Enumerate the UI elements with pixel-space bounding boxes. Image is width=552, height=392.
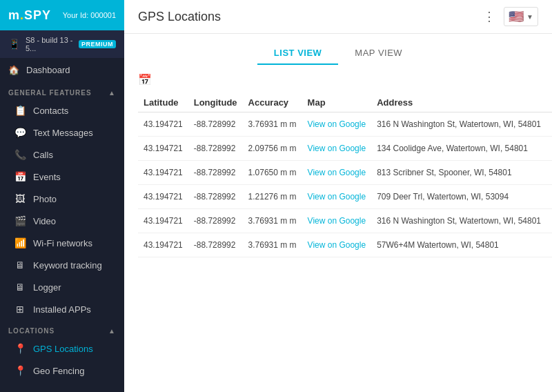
col-header-map: Map: [302, 93, 372, 112]
map-link[interactable]: View on Google: [308, 119, 366, 129]
cell-accuracy: 2.09756 m m: [243, 137, 302, 161]
sidebar-item-label: Keyword tracking: [33, 260, 102, 271]
cell-address: 709 Deer Trl, Watertown, WI, 53094: [371, 185, 546, 209]
cell-longitude: -88.728992: [188, 161, 243, 185]
language-selector[interactable]: 🇺🇸 ▼: [504, 7, 538, 26]
locations-table: Latitude Longitude Accuracy Map Address …: [138, 93, 552, 257]
sidebar-item-video[interactable]: 🎬 Video: [0, 210, 124, 232]
tab-map-view[interactable]: MAP VIEW: [338, 42, 419, 65]
cell-latitude: 43.194721: [138, 209, 188, 233]
map-link[interactable]: View on Google: [308, 192, 366, 202]
sidebar-item-label: Contacts: [33, 106, 68, 116]
sidebar-item-photo[interactable]: 🖼 Photo: [0, 188, 124, 210]
map-link[interactable]: View on Google: [308, 216, 366, 226]
flag-icon: 🇺🇸: [509, 9, 524, 24]
sidebar-item-gps-locations[interactable]: 📍 GPS Locations: [0, 337, 124, 360]
sidebar-item-label: Logger: [33, 282, 61, 293]
cell-accuracy: 1.21276 m m: [243, 185, 302, 209]
table-row: 43.194721-88.7289921.21276 m mView on Go…: [138, 185, 552, 209]
cell-longitude: -88.728992: [188, 185, 243, 209]
sidebar-item-label: Text Messages: [33, 128, 93, 138]
table-row: 43.194721-88.7289923.76931 m mView on Go…: [138, 209, 552, 233]
more-options-icon[interactable]: ⋮: [483, 9, 495, 24]
geofence-icon: 📍: [14, 365, 26, 376]
cell-map[interactable]: View on Google: [302, 185, 372, 209]
sidebar-item-events[interactable]: 📅 Events: [0, 166, 124, 188]
table-container: 📅 Latitude Longitude Accuracy Map Addres…: [124, 65, 552, 392]
dashboard-label: Dashboard: [26, 65, 70, 75]
sidebar-item-contacts[interactable]: 📋 Contacts: [0, 99, 124, 121]
sidebar-item-dashboard[interactable]: 🏠 Dashboard: [0, 58, 124, 82]
cell-location-time: Apr 9, 2020 6:25 PM: [546, 185, 552, 209]
dropdown-chevron-icon: ▼: [526, 13, 533, 21]
sidebar-item-label: Wi-Fi networks: [33, 238, 92, 248]
user-id-label: Your Id: 000001: [63, 11, 116, 19]
cell-location-time: Apr 8, 2020 6:49 PM: [546, 137, 552, 161]
video-icon: 🎬: [14, 215, 26, 226]
sidebar-item-label: Photo: [33, 194, 57, 204]
tabs-row: LIST VIEW MAP VIEW: [124, 34, 552, 65]
locations-section-header: LOCATIONS ▲: [0, 320, 124, 337]
table-header-row: Latitude Longitude Accuracy Map Address …: [138, 93, 552, 112]
logger-icon: 🖥: [14, 282, 26, 293]
cell-map[interactable]: View on Google: [302, 161, 372, 185]
cell-address: 134 Coolidge Ave, Watertown, WI, 54801: [371, 137, 546, 161]
sidebar-item-wifi[interactable]: 📶 Wi-Fi networks: [0, 232, 124, 254]
cell-map[interactable]: View on Google: [302, 209, 372, 233]
map-link[interactable]: View on Google: [308, 168, 366, 177]
chevron-up-icon: ▲: [108, 89, 116, 97]
map-link[interactable]: View on Google: [308, 144, 366, 153]
sidebar-item-label: Calls: [33, 150, 53, 160]
sidebar-item-text-messages[interactable]: 💬 Text Messages: [0, 121, 124, 144]
wifi-icon: 📶: [14, 237, 26, 248]
table-row: 43.194721-88.7289923.76931 m mView on Go…: [138, 112, 552, 137]
locations-section-label: LOCATIONS: [8, 327, 55, 335]
events-icon: 📅: [14, 171, 26, 182]
cell-address: 57W6+4M Watertown, WI, 54801: [371, 233, 546, 257]
cell-longitude: -88.728992: [188, 112, 243, 137]
calendar-icon[interactable]: 📅: [138, 73, 152, 86]
cell-location-time: Apr 9, 2020 6:59 PM: [546, 112, 552, 137]
cell-address: 813 Scribner St, Spooner, WI, 54801: [371, 161, 546, 185]
table-row: 43.194721-88.7289921.07650 m mView on Go…: [138, 161, 552, 185]
cell-latitude: 43.194721: [138, 161, 188, 185]
cell-accuracy: 3.76931 m m: [243, 233, 302, 257]
col-header-location-time: Location Time: [546, 93, 552, 112]
page-title: GPS Locations: [138, 10, 221, 24]
cell-address: 316 N Washington St, Watertown, WI, 5480…: [371, 112, 546, 137]
sidebar-item-label: Video: [33, 216, 56, 226]
map-link[interactable]: View on Google: [308, 240, 366, 250]
sidebar-item-installed-apps[interactable]: ⊞ Installed APPs: [0, 298, 124, 320]
cell-map[interactable]: View on Google: [302, 112, 372, 137]
cell-latitude: 43.194721: [138, 112, 188, 137]
sidebar-item-calls[interactable]: 📞 Calls: [0, 144, 124, 166]
sidebar-item-logger[interactable]: 🖥 Logger: [0, 276, 124, 298]
cell-longitude: -88.728992: [188, 137, 243, 161]
cell-map[interactable]: View on Google: [302, 233, 372, 257]
cell-location-time: Apr 9, 2020 1:12 PM: [546, 233, 552, 257]
home-icon: 🏠: [8, 65, 19, 75]
col-header-accuracy: Accuracy: [243, 93, 302, 112]
apps-icon: ⊞: [14, 304, 26, 315]
app-logo: m.SPY: [8, 8, 51, 23]
cell-latitude: 43.194721: [138, 185, 188, 209]
keyword-icon: 🖥: [14, 259, 26, 271]
topbar: GPS Locations ⋮ 🇺🇸 ▼: [124, 0, 552, 34]
main-content: GPS Locations ⋮ 🇺🇸 ▼ LIST VIEW MAP VIEW …: [124, 0, 552, 392]
messages-icon: 💬: [14, 127, 26, 138]
cell-location-time: Apr 10, 2020 6:36 PM: [546, 161, 552, 185]
table-row: 43.194721-88.7289922.09756 m mView on Go…: [138, 137, 552, 161]
cell-longitude: -88.728992: [188, 233, 243, 257]
sidebar-item-keyword-tracking[interactable]: 🖥 Keyword tracking: [0, 254, 124, 276]
general-section-header: GENERAL FEATURES ▲: [0, 82, 124, 99]
sidebar-item-label: Installed APPs: [33, 304, 91, 315]
topbar-actions: ⋮ 🇺🇸 ▼: [483, 7, 538, 26]
col-header-latitude: Latitude: [138, 93, 188, 112]
cell-map[interactable]: View on Google: [302, 137, 372, 161]
cell-accuracy: 3.76931 m m: [243, 209, 302, 233]
cell-latitude: 43.194721: [138, 233, 188, 257]
sidebar-item-label: Events: [33, 172, 61, 182]
sidebar-item-geo-fencing[interactable]: 📍 Geo Fencing: [0, 360, 124, 382]
tab-list-view[interactable]: LIST VIEW: [257, 42, 339, 65]
photo-icon: 🖼: [14, 193, 26, 204]
